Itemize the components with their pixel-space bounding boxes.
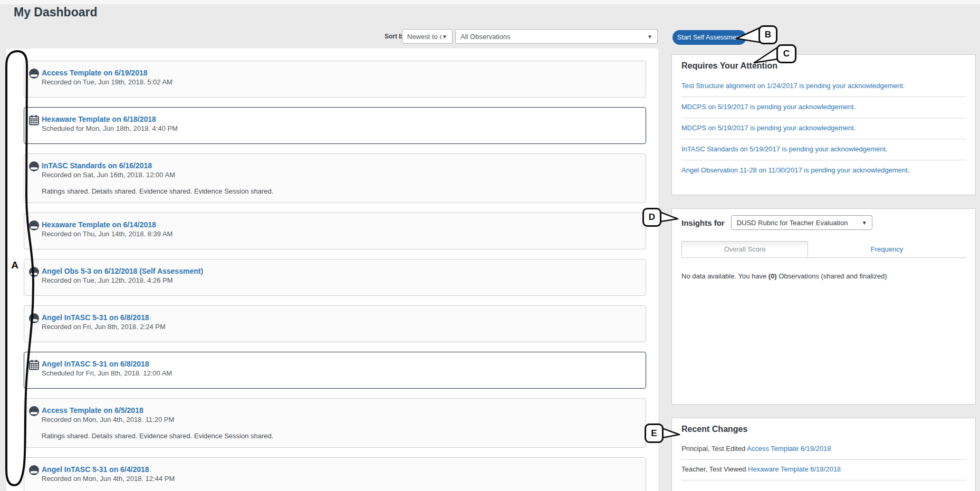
recent-change-item: Teacher, Test Viewed Hexaware Template 6… bbox=[681, 460, 966, 480]
observation-title-link[interactable]: InTASC Standards on 6/16/2018 bbox=[42, 161, 152, 170]
recorded-observation-icon bbox=[28, 465, 40, 476]
page-title: My Dashboard bbox=[14, 5, 97, 20]
observation-title-link[interactable]: Angel Obs 5-3 on 6/12/2018 (Self Assessm… bbox=[42, 266, 203, 276]
recent-changes-heading: Recent Changes bbox=[681, 425, 966, 434]
observation-subtitle: Recorded on Mon, Jun 4th, 2018. 12:44 PM bbox=[42, 474, 637, 484]
observation-card: Access Template on 6/5/2018Recorded on M… bbox=[24, 398, 646, 448]
insights-tabs: Overall Score Frequency bbox=[681, 241, 966, 258]
observation-subtitle: Recorded on Tue, Jun 19th, 2018. 5:02 AM bbox=[42, 78, 637, 87]
insights-for-label: Insights for bbox=[681, 218, 725, 227]
recent-change-text: Principal, Test Edited bbox=[681, 445, 747, 453]
observation-subtitle: Recorded on Thu, Jun 14th, 2018. 8:39 AM bbox=[42, 229, 637, 239]
callout-d-label: D bbox=[642, 208, 661, 227]
observation-subtitle: Recorded on Tue, Jun 12th, 2018. 4:26 PM bbox=[42, 276, 637, 285]
calendar-icon bbox=[28, 359, 40, 370]
chevron-down-icon: ▼ bbox=[862, 220, 872, 226]
attention-item: Test Structure alignment on 1/24/2017 is… bbox=[681, 76, 966, 97]
observation-title-link[interactable]: Hexaware Template on 6/18/2018 bbox=[42, 114, 156, 124]
observation-title-link[interactable]: Hexaware Template on 6/14/2018 bbox=[42, 220, 156, 229]
observation-subtitle: Scheduled for Mon, Jun 18th, 2018. 4:40 … bbox=[42, 124, 637, 133]
observation-card: Angel InTASC 5-31 on 6/8/2018Recorded on… bbox=[24, 305, 646, 342]
observation-filter-value: All Observations bbox=[456, 33, 511, 41]
callout-e-label: E bbox=[645, 423, 664, 443]
chevron-down-icon: ▼ bbox=[442, 34, 452, 40]
recent-change-item: Principal, Test Edited Access Template 6… bbox=[681, 439, 966, 460]
dashboard-page: My Dashboard Sort by: Newest to oldest ▼… bbox=[0, 0, 980, 491]
tab-overall-score[interactable]: Overall Score bbox=[681, 241, 808, 257]
recorded-observation-icon bbox=[28, 220, 40, 231]
observation-subtitle: Scheduled for Fri, Jun 8th, 2018. 12:00 … bbox=[42, 369, 637, 378]
recent-change-link[interactable]: Hexaware Template 6/18/2018 bbox=[748, 465, 841, 473]
observation-subtitle: Recorded on Fri, Jun 8th, 2018. 2:24 PM bbox=[42, 322, 637, 332]
recent-change-text: Teacher, Test Viewed bbox=[681, 465, 748, 473]
attention-item: InTASC Standards on 5/19/2017 is pending… bbox=[681, 139, 966, 160]
attention-link[interactable]: Angel Observation 11-28 on 11/30/2017 is… bbox=[681, 166, 909, 174]
callout-b-label: B bbox=[758, 25, 777, 44]
observation-card: InTASC Standards on 6/16/2018Recorded on… bbox=[24, 153, 646, 203]
observation-title-link[interactable]: Angel InTASC 5-31 on 6/4/2018 bbox=[42, 465, 149, 474]
requires-attention-heading: Requires Your Attention bbox=[681, 61, 966, 71]
recorded-observation-icon bbox=[28, 68, 40, 79]
recorded-observation-icon bbox=[28, 313, 40, 324]
observation-title-link[interactable]: Access Template on 6/5/2018 bbox=[42, 406, 143, 415]
observation-title-link[interactable]: Angel InTASC 5-31 on 6/8/2018 bbox=[42, 313, 149, 322]
recorded-observation-icon bbox=[28, 406, 40, 417]
attention-item: Angel Observation 11-28 on 11/30/2017 is… bbox=[681, 160, 966, 181]
rubric-dropdown[interactable]: DUSD Rubric for Teacher Evaluation ▼ bbox=[731, 215, 872, 230]
observation-title-link[interactable]: Angel InTASC 5-31 on 6/8/2018 bbox=[42, 359, 149, 369]
observation-title-link[interactable]: Access Template on 6/19/2018 bbox=[42, 68, 148, 78]
callout-c-label: C bbox=[776, 44, 796, 63]
attention-link[interactable]: Test Structure alignment on 1/24/2017 is… bbox=[681, 82, 905, 90]
observations-list: Access Template on 6/19/2018Recorded on … bbox=[6, 49, 658, 491]
attention-item: MDCPS on 5/19/2017 is pending your ackno… bbox=[681, 118, 966, 139]
calendar-icon bbox=[28, 114, 40, 126]
tab-frequency[interactable]: Frequency bbox=[808, 241, 966, 257]
no-data-message: No data available. You have (0) Observat… bbox=[681, 272, 966, 280]
recorded-observation-icon bbox=[28, 161, 40, 172]
observation-card: Hexaware Template on 6/18/2018Scheduled … bbox=[24, 107, 646, 144]
observation-card: Hexaware Template on 6/14/2018Recorded o… bbox=[24, 213, 646, 249]
attention-item: MDCPS on 5/19/2017 is pending your ackno… bbox=[681, 97, 966, 118]
attention-link[interactable]: InTASC Standards on 5/19/2017 is pending… bbox=[681, 145, 888, 153]
observation-subtitle: Recorded on Sat, Jun 16th, 2018. 12:00 A… bbox=[42, 170, 637, 180]
observation-share-status: Ratings shared. Details shared. Evidence… bbox=[42, 431, 637, 441]
recorded-observation-icon bbox=[28, 266, 40, 277]
chevron-down-icon: ▼ bbox=[647, 34, 657, 40]
attention-link[interactable]: MDCPS on 5/19/2017 is pending your ackno… bbox=[681, 103, 856, 111]
observation-filter-dropdown[interactable]: All Observations ▼ bbox=[455, 29, 658, 44]
observation-share-status: Ratings shared. Details shared. Evidence… bbox=[42, 187, 637, 196]
sort-order-dropdown[interactable]: Newest to oldest ▼ bbox=[402, 29, 453, 44]
observation-card: Angel Obs 5-3 on 6/12/2018 (Self Assessm… bbox=[24, 259, 646, 296]
recent-change-link[interactable]: Access Template 6/19/2018 bbox=[747, 445, 831, 453]
insights-panel: Insights for DUSD Rubric for Teacher Eva… bbox=[671, 208, 976, 405]
top-strip bbox=[0, 0, 980, 4]
requires-attention-panel: Requires Your Attention Test Structure a… bbox=[671, 54, 976, 195]
observation-card: Angel InTASC 5-31 on 6/8/2018Scheduled f… bbox=[24, 352, 646, 389]
sort-order-value: Newest to oldest bbox=[402, 33, 442, 41]
observation-card: Access Template on 6/19/2018Recorded on … bbox=[24, 61, 646, 98]
callout-a-label: A bbox=[9, 259, 21, 272]
start-self-assessment-button[interactable]: Start Self Assessment bbox=[672, 30, 746, 45]
recent-changes-panel: Recent Changes Principal, Test Edited Ac… bbox=[671, 418, 976, 491]
rubric-dropdown-value: DUSD Rubric for Teacher Evaluation bbox=[732, 219, 848, 227]
observation-card: Angel InTASC 5-31 on 6/4/2018Recorded on… bbox=[24, 457, 646, 491]
attention-link[interactable]: MDCPS on 5/19/2017 is pending your ackno… bbox=[681, 124, 856, 132]
observation-subtitle: Recorded on Mon, Jun 4th, 2018. 11:20 PM bbox=[42, 415, 637, 425]
